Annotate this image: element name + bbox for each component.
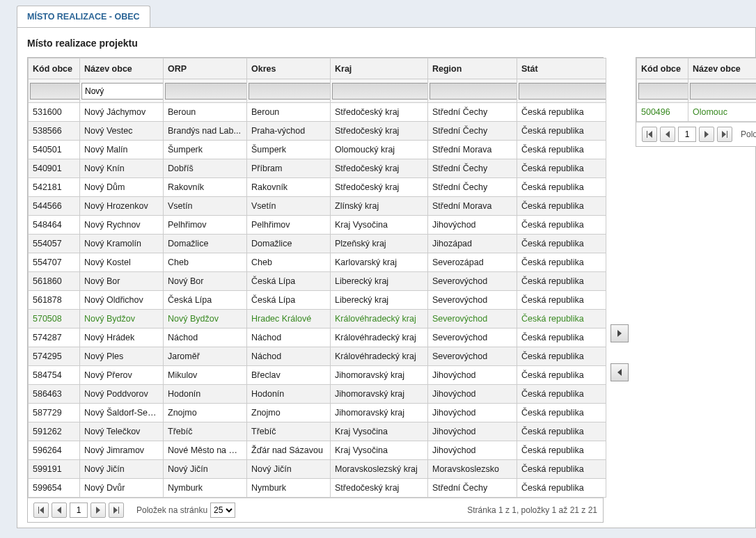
column-header[interactable]: Stát: [517, 58, 606, 79]
cell: Domažlice: [164, 235, 247, 253]
horizontal-scrollbar[interactable]: [27, 507, 755, 519]
cell: Česká republika: [517, 235, 606, 253]
cell: 561878: [29, 291, 80, 310]
table-row[interactable]: 544566Nový HrozenkovVsetínVsetínZlínský …: [29, 197, 606, 216]
cell: Severovýchod: [428, 272, 517, 291]
cell: Kraj Vysočina: [331, 441, 428, 460]
column-header[interactable]: Okres: [247, 58, 331, 79]
cell: Česká republika: [517, 253, 606, 272]
pager-prev-button[interactable]: [660, 127, 675, 142]
column-header[interactable]: Kraj: [331, 58, 428, 79]
cell: Hodonín: [247, 385, 331, 404]
table-row[interactable]: 561878Nový OldřichovČeská LípaČeská Lípa…: [29, 291, 606, 310]
cell: Česká republika: [517, 103, 606, 122]
table-row[interactable]: 570508Nový BydžovNový BydžovHradec Králo…: [29, 310, 606, 329]
cell: Střední Čechy: [428, 103, 517, 122]
cell: 574287: [29, 329, 80, 347]
cell: Nový Jimramov: [80, 441, 164, 460]
table-row[interactable]: 586463Nový PoddvorovHodonínHodonínJihomo…: [29, 385, 606, 404]
table-row[interactable]: 599191Nový JičínNový JičínNový JičínMora…: [29, 460, 606, 479]
cell: 542181: [29, 178, 80, 197]
column-header[interactable]: Název obce: [80, 58, 164, 79]
table-row[interactable]: 531600Nový JáchymovBerounBerounStředočes…: [29, 103, 606, 122]
table-row[interactable]: 548464Nový RychnovPelhřimovPelhřimovKraj…: [29, 216, 606, 235]
move-left-button[interactable]: [611, 363, 629, 381]
table-row[interactable]: 596264Nový JimramovNové Město na M...Žďá…: [29, 441, 606, 460]
cell: Dobříš: [164, 159, 247, 178]
grid-available: Kód obceNázev obceORPOkresKrajRegionStát…: [27, 57, 604, 523]
table-row[interactable]: 587729Nový Šaldorf-Sed...ZnojmoZnojmoJih…: [29, 404, 606, 422]
cell: Nový Dům: [80, 178, 164, 197]
cell: Česká Lípa: [164, 291, 247, 310]
table-row[interactable]: 540901Nový KnínDobříšPříbramStředočeský …: [29, 159, 606, 178]
cell: Nový Bydžov: [164, 310, 247, 329]
cell: Šumperk: [164, 141, 247, 159]
cell: Příbram: [247, 159, 331, 178]
cell: Nový Telečkov: [80, 422, 164, 441]
cell: Liberecký kraj: [331, 272, 428, 291]
column-header[interactable]: Kód obce: [637, 58, 688, 79]
cell: 591262: [29, 422, 80, 441]
table-row[interactable]: 591262Nový TelečkovTřebíčTřebíčKraj Vyso…: [29, 422, 606, 441]
cell: Nový Bydžov: [80, 310, 164, 329]
table-row[interactable]: 554057Nový KramolínDomažliceDomažlicePlz…: [29, 235, 606, 253]
table-row[interactable]: 538566Nový VestecBrandýs nad Lab...Praha…: [29, 122, 606, 141]
filter-input[interactable]: [165, 83, 247, 100]
cell: Královéhradecký kraj: [331, 310, 428, 329]
filter-input[interactable]: [249, 83, 331, 100]
column-header[interactable]: Kód obce: [29, 58, 80, 79]
filter-input[interactable]: [30, 83, 80, 100]
cell: Nový Oldřichov: [80, 291, 164, 310]
pager-page-input[interactable]: [678, 127, 696, 142]
cell: Znojmo: [247, 404, 331, 422]
cell: 531600: [29, 103, 80, 122]
column-header[interactable]: Název obce: [688, 58, 757, 79]
cell: Česká Lípa: [247, 291, 331, 310]
tab-misto-realizace-obec[interactable]: MÍSTO REALIZACE - OBEC: [17, 6, 150, 27]
table-row[interactable]: 574287Nový HrádekNáchodNáchodKrálovéhrad…: [29, 329, 606, 347]
cell: Beroun: [164, 103, 247, 122]
table-row[interactable]: 584754Nový PřerovMikulovBřeclavJihomorav…: [29, 366, 606, 385]
cell: Šumperk: [247, 141, 331, 159]
filter-input[interactable]: [430, 83, 517, 100]
table-row[interactable]: 554707Nový KostelChebChebKarlovarský kra…: [29, 253, 606, 272]
table-row[interactable]: 540501Nový MalínŠumperkŠumperkOlomoucký …: [29, 141, 606, 159]
cell: Beroun: [247, 103, 331, 122]
filter-input[interactable]: [81, 83, 164, 100]
table-row[interactable]: 542181Nový DůmRakovníkRakovníkStředočesk…: [29, 178, 606, 197]
cell: Mikulov: [164, 366, 247, 385]
cell: Náchod: [164, 329, 247, 347]
cell: Česká republika: [517, 329, 606, 347]
column-header[interactable]: Region: [428, 58, 517, 79]
cell: Nový Bor: [164, 272, 247, 291]
cell: Nový Kostel: [80, 253, 164, 272]
column-header[interactable]: ORP: [164, 58, 247, 79]
table-row[interactable]: 574295Nový PlesJaroměřNáchodKrálovéhrade…: [29, 347, 606, 366]
table-row[interactable]: 500496Olomouc: [637, 103, 757, 122]
filter-input[interactable]: [519, 83, 606, 100]
cell: Nový Kramolín: [80, 235, 164, 253]
cell: 596264: [29, 441, 80, 460]
table-row[interactable]: 561860Nový BorNový BorČeská LípaLibereck…: [29, 272, 606, 291]
pager-next-button[interactable]: [699, 127, 714, 142]
cell: Rakovník: [164, 178, 247, 197]
filter-input[interactable]: [332, 83, 428, 100]
cell: Nový Hrozenkov: [80, 197, 164, 216]
cell: Třebíč: [247, 422, 331, 441]
pager-first-button[interactable]: [642, 127, 657, 142]
filter-input[interactable]: [638, 83, 688, 100]
pager-right: Položek n: [636, 122, 756, 146]
move-right-button[interactable]: [611, 324, 629, 342]
cell: Olomoucký kraj: [331, 141, 428, 159]
cell: Česká republika: [517, 159, 606, 178]
cell: Česká republika: [517, 178, 606, 197]
cell: Kraj Vysočina: [331, 216, 428, 235]
cell: Znojmo: [164, 404, 247, 422]
cell: Liberecký kraj: [331, 291, 428, 310]
filter-input[interactable]: [690, 83, 756, 100]
cell: Střední Čechy: [428, 479, 517, 498]
cell: Náchod: [247, 329, 331, 347]
pager-last-button[interactable]: [717, 127, 732, 142]
cell: Česká republika: [517, 366, 606, 385]
table-row[interactable]: 599654Nový DvůrNymburkNymburkStředočeský…: [29, 479, 606, 498]
